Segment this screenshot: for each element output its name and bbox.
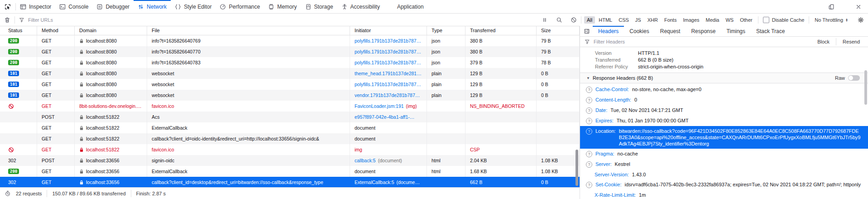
details-tab-cookies[interactable]: Cookies — [624, 26, 654, 36]
tab-application[interactable]: Application — [384, 0, 428, 13]
filter-type-other[interactable]: Other — [737, 16, 755, 24]
filter-type-js[interactable]: JS — [633, 16, 644, 24]
response-headers-section[interactable]: ▼ Response Headers (662 B) Raw — [580, 73, 868, 83]
filter-type-media[interactable]: Media — [703, 16, 722, 24]
request-row[interactable]: 200GETlocalhost:8080info?t=1635826640770… — [0, 46, 580, 57]
disable-cache-control[interactable]: Disable Cache — [758, 17, 809, 23]
details-tab-request[interactable]: Request — [655, 26, 686, 36]
network-settings-button[interactable] — [854, 14, 868, 26]
request-row[interactable]: 200GETlocalhost:8080info?t=1635826640783… — [0, 57, 580, 68]
column-header-transferred[interactable]: Transferred — [465, 26, 537, 35]
help-icon[interactable]: ? — [586, 118, 592, 124]
tab-memory[interactable]: Memory — [264, 0, 301, 13]
filter-type-fonts[interactable]: Fonts — [662, 16, 680, 24]
request-blocking-button[interactable] — [566, 14, 581, 26]
sidebar-toggle-icon[interactable] — [584, 28, 590, 34]
request-row[interactable]: GETlocalhost:51822callback?client_id=oid… — [0, 133, 580, 144]
request-row[interactable]: 101GETlocalhost:8080websocketpolyfills.1… — [0, 79, 580, 90]
initiator-link[interactable]: e957f897-042e-4ba1-aff1-… — [355, 114, 414, 120]
column-header-file[interactable]: File — [147, 26, 350, 35]
header-row[interactable]: ?Set-Cookie:idsrv=adf6cba1-7075-402b-9ec… — [580, 180, 868, 190]
request-row[interactable]: 302POSTlocalhost:33656signin-oidccallbac… — [0, 155, 580, 166]
request-row[interactable]: POSTlocalhost:51822Acse957f897-042e-4ba1… — [0, 112, 580, 122]
help-icon[interactable]: ? — [586, 151, 592, 157]
request-row[interactable]: 101GETlocalhost:8080websocketvendor.1791… — [0, 90, 580, 101]
header-row[interactable]: ?Date:Tue, 02 Nov 2021 04:17:21 GMT — [580, 105, 868, 116]
filter-headers-input[interactable] — [593, 39, 811, 45]
header-row[interactable]: Server-Version:1.43.0 — [580, 170, 868, 180]
help-icon[interactable]: ? — [586, 128, 592, 135]
initiator-link[interactable]: polyfills.1791b137de281b787… — [355, 60, 421, 65]
headers-toolbar: Block Resend — [580, 37, 868, 47]
clear-requests-button[interactable] — [0, 14, 14, 26]
column-header-domain[interactable]: Domain — [75, 26, 147, 35]
block-button[interactable]: Block — [814, 39, 833, 44]
tab-inspector[interactable]: Inspector — [16, 0, 55, 13]
header-row[interactable]: ?Content-Length:0 — [580, 95, 868, 105]
domain-cell: localhost:51822 — [75, 112, 147, 122]
header-row[interactable]: ?Pragma:no-cache — [580, 149, 868, 159]
initiator-link[interactable]: ExternalCallback:5 — [355, 180, 394, 185]
details-tab-stack-trace[interactable]: Stack Trace — [751, 26, 790, 36]
tab-performance[interactable]: Performance — [216, 0, 264, 13]
initiator-link[interactable]: theme_head.1791b137de281… — [355, 71, 422, 76]
details-scrollbar[interactable] — [864, 70, 867, 105]
header-row[interactable]: ?Location:bitwarden://sso-callback?code=… — [580, 126, 868, 149]
resend-button[interactable]: Resend — [839, 39, 863, 44]
request-row[interactable]: 200GETlocalhost:33656ExternalCallbackdoc… — [0, 166, 580, 177]
header-row[interactable]: ?Expires:Thu, 01 Jan 1970 00:00:00 GMT — [580, 116, 868, 126]
header-row[interactable]: ?Server:Kestrel — [580, 159, 868, 170]
header-row[interactable]: ?Cache-Control:no-store, no-cache, max-a… — [580, 84, 868, 95]
column-header-method[interactable]: Method — [37, 26, 75, 35]
help-icon[interactable]: ? — [586, 107, 592, 114]
request-row[interactable]: GETlocalhost:51822ExternalCallbackdocume… — [0, 122, 580, 133]
details-tab-headers[interactable]: Headers — [593, 26, 624, 36]
disable-cache-checkbox[interactable] — [763, 17, 769, 23]
tab-console[interactable]: Console — [55, 0, 92, 13]
request-row[interactable]: 200GETlocalhost:8080info?t=1635826640769… — [0, 35, 580, 46]
tab-debugger[interactable]: Debugger — [92, 0, 134, 13]
help-icon[interactable]: ? — [586, 87, 592, 93]
pause-traffic-button[interactable] — [537, 14, 552, 26]
help-icon[interactable]: ? — [586, 182, 592, 188]
initiator-link[interactable]: polyfills.1791b137de281b787… — [355, 82, 421, 87]
tab-network[interactable]: Network — [134, 0, 171, 13]
initiator-link[interactable]: FaviconLoader.jsm:191 — [355, 103, 404, 109]
throttling-dropdown[interactable]: No Throttling ▲▼ — [809, 17, 854, 23]
search-button[interactable] — [552, 14, 566, 26]
details-tab-response[interactable]: Response — [686, 26, 721, 36]
initiator-link[interactable]: callback:5 — [355, 158, 376, 163]
filter-type-html[interactable]: HTML — [596, 16, 615, 24]
filter-type-css[interactable]: CSS — [616, 16, 632, 24]
filter-type-all[interactable]: All — [584, 16, 595, 24]
request-row[interactable]: GET8bit-solutions-dev.onelogin.…favicon.… — [0, 101, 580, 112]
initiator-link[interactable]: polyfills.1791b137de281b787… — [355, 38, 421, 44]
column-header-type[interactable]: Type — [427, 26, 465, 35]
details-tab-timings[interactable]: Timings — [721, 26, 751, 36]
initiator-link[interactable]: polyfills.1791b137de281b787… — [355, 49, 421, 54]
column-header-initiator[interactable]: Initiator — [350, 26, 427, 35]
pick-element-button[interactable] — [0, 0, 15, 13]
filter-type-images[interactable]: Images — [680, 16, 702, 24]
pick-element-icon — [5, 4, 11, 10]
request-row[interactable]: 302GETlocalhost:33656callback?client_id=… — [0, 177, 580, 187]
column-header-status[interactable]: Status — [0, 26, 37, 35]
help-icon[interactable]: ? — [586, 161, 592, 168]
help-icon[interactable]: ? — [586, 97, 592, 103]
request-row[interactable]: 101GETlocalhost:8080websockettheme_head.… — [0, 68, 580, 79]
close-icon[interactable] — [855, 4, 862, 10]
filter-type-xhr[interactable]: XHR — [645, 16, 661, 24]
request-list-scrollbar[interactable] — [575, 150, 578, 186]
responsive-design-icon[interactable] — [828, 4, 834, 10]
initiator-link[interactable]: vendor.1791b137de281b787… — [355, 92, 420, 98]
request-row[interactable]: GETlocalhost:51822favicon.icoimgCSP — [0, 144, 580, 155]
meatball-menu-icon[interactable] — [842, 4, 848, 10]
tab-storage[interactable]: Storage — [301, 0, 337, 13]
filter-type-ws[interactable]: WS — [723, 16, 736, 24]
tab-style-editor[interactable]: Style Editor — [171, 0, 216, 13]
column-header-size[interactable]: Size — [537, 26, 580, 35]
header-row[interactable]: X-Rate-Limit-Limit:1m — [580, 190, 868, 199]
raw-toggle[interactable] — [848, 75, 860, 81]
tab-accessibility[interactable]: Accessibility — [337, 0, 384, 13]
filter-urls-input[interactable] — [27, 17, 537, 23]
